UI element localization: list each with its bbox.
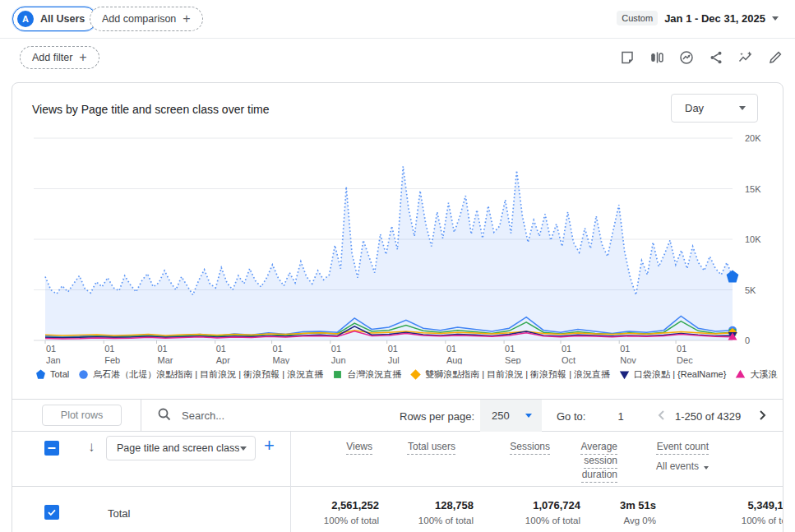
chart-legend: Total烏石港（北堤）浪點指南 | 目前浪況 | 衝浪預報 | 浪況直播台灣浪… [35, 366, 778, 382]
column-header[interactable]: Event countAll events [656, 440, 709, 474]
date-range-label: Jan 1 - Dec 31, 2025 [664, 12, 765, 25]
series-end-marker-pentagon [36, 369, 45, 378]
legend-item[interactable]: 烏石港（北堤）浪點指南 | 目前浪況 | 衝浪預報 | 浪況直播 [78, 368, 323, 381]
x-axis-month-label: Dec [677, 355, 693, 364]
x-axis-month-label: Nov [620, 355, 636, 364]
column-header[interactable]: Views [346, 440, 372, 454]
edit-pencil-icon[interactable] [765, 47, 785, 68]
legend-item[interactable]: 大溪浪點指南 | 目前浪況 | 衝浪預報 [735, 368, 778, 381]
metric-subvalue: 100% of total [324, 516, 379, 525]
column-header[interactable]: Average session duration [566, 440, 617, 482]
x-axis-month-label: Jun [331, 355, 346, 364]
x-axis-day-label: 01 [505, 344, 515, 354]
rows-per-page-select[interactable]: 250 [480, 400, 542, 432]
column-header[interactable]: Sessions [510, 440, 550, 454]
audience-chip-label: All Users [40, 13, 85, 25]
search-input[interactable]: Search... [182, 409, 224, 422]
sort-direction-icon[interactable]: ↓ [88, 439, 95, 456]
x-axis-day-label: 01 [331, 344, 341, 354]
x-axis-day-label: 01 [677, 344, 686, 354]
metric-subvalue: 100% of total [418, 516, 474, 525]
x-axis-day-label: 01 [158, 344, 168, 354]
totals-row: Total 2,561,252100% of total128,758100% … [12, 487, 783, 532]
x-axis-day-label: 01 [216, 344, 226, 354]
metric-value: 3m 51s [620, 499, 656, 511]
y-axis-tick: 10K [745, 234, 761, 244]
column-header[interactable]: Total users [408, 440, 455, 454]
check-icon [47, 507, 57, 517]
add-filter-button[interactable]: Add filter + [20, 46, 99, 69]
column-header-label[interactable]: Event count [657, 441, 709, 452]
plus-icon: + [183, 12, 190, 25]
column-header-label[interactable]: Average session duration [581, 441, 617, 480]
add-comparison-button[interactable]: Add comparison + [90, 7, 203, 31]
date-range-picker[interactable]: Custom Jan 1 - Dec 31, 2025 [617, 11, 779, 25]
goto-page-label: Go to: [557, 410, 585, 423]
column-header-label[interactable]: Views [346, 441, 372, 452]
metric-value: 2,561,252 [324, 499, 379, 511]
select-all-checkbox[interactable] [44, 441, 59, 456]
row-checkbox[interactable] [44, 505, 59, 520]
date-range-badge: Custom [617, 11, 658, 25]
legend-label: 雙獅浪點指南 | 目前浪況 | 衝浪預報 | 浪況直播 [425, 368, 610, 381]
series-end-marker-triangle-up [736, 369, 745, 377]
y-axis-tick: 0 [745, 335, 750, 345]
report-toolbar [617, 47, 785, 68]
plot-rows-button[interactable]: Plot rows [42, 405, 122, 426]
series-end-marker-triangle-down [620, 371, 629, 379]
rows-per-page-value: 250 [492, 409, 510, 422]
chevron-down-icon [240, 446, 247, 451]
legend-item[interactable]: 台灣浪況直播 [332, 368, 401, 381]
share-icon[interactable] [706, 47, 726, 68]
metric-subvalue: 100% of total [525, 516, 580, 525]
audience-avatar: A [17, 11, 34, 27]
granularity-select[interactable]: Day [671, 94, 758, 123]
granularity-value: Day [685, 102, 704, 114]
x-axis-month-label: Jul [388, 355, 400, 364]
chevron-down-icon [704, 466, 709, 470]
note-copy-icon[interactable] [617, 47, 637, 68]
legend-marker-triangle-up [735, 369, 746, 380]
insights-circle-icon[interactable] [677, 47, 696, 68]
column-subheader[interactable]: All events [656, 460, 709, 474]
series-end-marker-circle [80, 370, 88, 378]
x-axis-month-label: Feb [104, 355, 120, 364]
legend-item[interactable]: 口袋浪點 | {RealName} [619, 368, 726, 381]
legend-label: 口袋浪點 | {RealName} [634, 368, 726, 381]
audience-chip-all-users[interactable]: A All Users [12, 7, 97, 31]
sparkline-insights-icon[interactable] [736, 47, 756, 68]
metric-cell: 3m 51sAvg 0% [620, 499, 656, 525]
y-axis-tick: 15K [745, 184, 761, 194]
metric-cell: 1,076,724100% of total [525, 499, 580, 525]
legend-item[interactable]: 雙獅浪點指南 | 目前浪況 | 衝浪預報 | 浪況直播 [410, 368, 610, 381]
column-subheader-label: All events [656, 460, 699, 472]
dimension-select[interactable]: Page title and screen class [106, 436, 256, 460]
chevron-down-icon [772, 16, 779, 21]
topbar: A All Users Add comparison + Custom Jan … [0, 0, 795, 38]
search-box[interactable]: Search... [157, 400, 224, 432]
previous-page-button[interactable] [654, 408, 669, 426]
column-header-label[interactable]: Total users [408, 441, 455, 452]
x-axis-day-label: 01 [562, 344, 571, 354]
x-axis-month-label: Oct [562, 355, 575, 364]
add-column-button[interactable]: + [264, 435, 275, 456]
x-axis-month-label: Mar [158, 355, 173, 364]
metric-subvalue: 100% of tot [742, 516, 783, 525]
table-header: ↓ Page title and screen class + ViewsTot… [12, 432, 783, 487]
legend-marker-square [332, 369, 343, 380]
analytics-report-page: A All Users Add comparison + Custom Jan … [0, 0, 795, 532]
controls-divider [141, 400, 141, 432]
rows-per-page-label: Rows per page: [400, 410, 474, 423]
timeseries-chart: 05K10K15K20K01Jan01Feb01Mar01Apr01May01J… [12, 124, 783, 364]
report-card: Views by Page title and screen class ove… [12, 82, 783, 532]
x-axis-month-label: May [273, 355, 290, 364]
goto-page-input[interactable]: 1 [611, 410, 631, 423]
column-header-label[interactable]: Sessions [510, 441, 550, 452]
dimension-value: Page title and screen class [117, 442, 239, 454]
legend-label: 烏石港（北堤）浪點指南 | 目前浪況 | 衝浪預報 | 浪況直播 [93, 368, 323, 381]
filter-bar: Add filter + [0, 39, 795, 76]
legend-item[interactable]: Total [35, 369, 69, 380]
next-page-button[interactable] [755, 408, 770, 426]
compare-columns-icon[interactable] [647, 47, 667, 68]
x-axis-day-label: 01 [388, 344, 398, 354]
